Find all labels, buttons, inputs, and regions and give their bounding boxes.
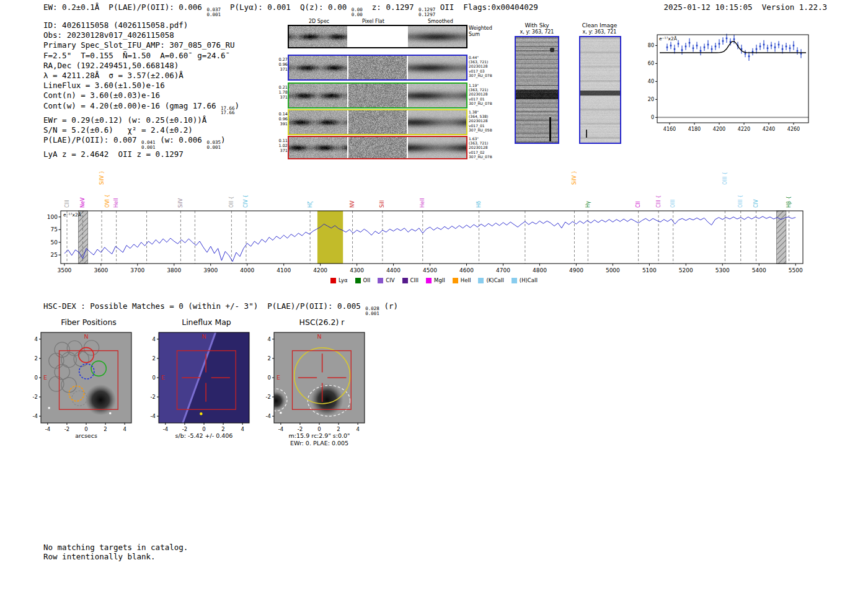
legend-item: CIII <box>402 277 418 283</box>
svg-text:-4: -4 <box>33 413 38 419</box>
cutout-row <box>288 82 467 109</box>
info-line: Obs: 20230128v017_4026115058 <box>43 30 239 40</box>
svg-text:2: 2 <box>104 426 107 432</box>
legend-label: (H)CaII <box>520 277 538 283</box>
svg-text:3900: 3900 <box>203 267 218 273</box>
svg-text:4700: 4700 <box>496 267 510 273</box>
clean-coords: x, y: 363, 721 <box>572 29 627 35</box>
info-line: LyA z = 2.4642 OII z = 0.1297 <box>43 149 239 159</box>
svg-text:3700: 3700 <box>130 267 144 273</box>
legend-item: OII <box>355 277 371 283</box>
svg-text:4: 4 <box>356 426 359 432</box>
svg-text:N: N <box>317 333 321 340</box>
cutout-flat-image <box>348 56 407 79</box>
cutout-spec-image <box>289 84 347 107</box>
svg-text:N: N <box>84 333 88 340</box>
info-line: Cont(w) = 4.20(±0.00)e-16 (gmag 17.66 17… <box>43 101 239 115</box>
legend-swatch <box>512 278 517 283</box>
svg-text:25: 25 <box>51 252 58 258</box>
stacked-uncertainty: 0.000.00 <box>352 7 363 17</box>
legend-swatch <box>426 278 432 283</box>
info-line: LineFlux = 3.60(±1.50)e-16 <box>43 81 239 91</box>
spectrum-plot: 3500360037003800390040004100420043004400… <box>37 162 812 280</box>
svg-text:3600: 3600 <box>94 267 108 273</box>
cutout-row-left-labels: 0.14 0.96 391 <box>277 112 288 127</box>
svg-text:50: 50 <box>51 239 58 246</box>
hsc-caption-1: m:15.9 rc:2.9" s:0.0" <box>274 432 365 439</box>
legend-label: HeII <box>461 277 471 283</box>
svg-text:4500: 4500 <box>423 267 437 273</box>
svg-text:CII: CII <box>636 202 641 208</box>
svg-text:4160: 4160 <box>663 127 676 132</box>
svg-text:Hδ: Hδ <box>476 201 482 208</box>
svg-text:0: 0 <box>35 375 38 381</box>
hsc-match-line: HSC-DEX : Possible Matches = 0 (within +… <box>43 301 398 316</box>
cutout-row <box>288 55 467 81</box>
cutout-row-right-labels: 0.44" (363, 721) 20230128 v017_03 307_RU… <box>469 55 492 78</box>
note-line-1: No matching targets in catalog. <box>43 543 188 553</box>
svg-text:5500: 5500 <box>789 267 803 273</box>
svg-text:4300: 4300 <box>350 267 364 273</box>
detection-info-block: ID: 4026115058 (4026115058.pdf)Obs: 2023… <box>43 20 239 159</box>
svg-text:20: 20 <box>648 97 654 102</box>
svg-text:4200: 4200 <box>713 127 725 132</box>
col-title-smoothed: Smoothed <box>428 19 453 24</box>
cutout-row <box>288 25 467 48</box>
svg-text:CIII: CIII <box>64 200 70 208</box>
svg-text:Hζ: Hζ <box>308 202 313 208</box>
cutout-blank <box>348 26 407 47</box>
cutout-row-left-labels: 0.27 0.96 371 <box>277 57 288 72</box>
withsky-coords: x, y: 363, 721 <box>508 29 565 35</box>
svg-text:0: 0 <box>317 426 321 432</box>
svg-text:OIII {: OIII { <box>738 195 743 208</box>
svg-text:4180: 4180 <box>688 127 701 132</box>
clean-title: Clean Image <box>572 22 627 29</box>
svg-text:CIV: CIV <box>753 199 759 208</box>
withsky-title: With Sky <box>508 22 565 29</box>
legend-swatch <box>453 278 458 283</box>
svg-text:e⁻¹⁷x2Å: e⁻¹⁷x2Å <box>63 212 82 218</box>
svg-text:4000: 4000 <box>240 267 254 273</box>
svg-text:-2: -2 <box>64 426 69 432</box>
svg-text:5400: 5400 <box>752 267 766 273</box>
svg-text:3800: 3800 <box>167 267 181 273</box>
svg-text:4100: 4100 <box>277 267 291 273</box>
stacked-uncertainty: 17.6617.66 <box>221 106 235 115</box>
cutout-smooth-image <box>408 110 466 134</box>
legend-label: (K)CaII <box>486 277 503 283</box>
legend-label: CIII <box>410 277 418 283</box>
info-line: P(LAE)/P(OII): 0.007 0.0410.001 (w: 0.00… <box>43 135 239 149</box>
svg-text:2: 2 <box>337 426 340 432</box>
info-line: λ = 4211.28Å σ = 3.57(±2.06)Å <box>43 71 239 81</box>
hsc-cutout-map: NE-4-4-2-2002244 <box>255 327 371 432</box>
svg-text:5100: 5100 <box>642 267 657 273</box>
svg-text:-4: -4 <box>45 426 50 432</box>
legend-swatch <box>402 278 408 283</box>
lineflux-map: NE-4-4-2-2002244 <box>140 327 255 432</box>
svg-text:CIV {: CIV { <box>243 195 249 208</box>
cutout-smooth-image <box>408 26 466 47</box>
fiber-positions-map: NE-4-4-2-2002244 <box>22 327 138 432</box>
svg-text:0: 0 <box>651 115 654 120</box>
svg-text:4: 4 <box>153 336 156 342</box>
svg-text:5300: 5300 <box>715 267 730 273</box>
cutout-row-left-labels: 0.11 1.02 371 <box>277 138 288 153</box>
svg-text:-4: -4 <box>163 426 168 432</box>
legend-label: MgII <box>434 277 445 283</box>
svg-text:OII {: OII { <box>229 196 234 208</box>
info-line: S/N = 5.2(±0.6) χ² = 2.4(±0.2) <box>43 125 239 135</box>
cutout-spec-image <box>289 110 347 134</box>
svg-text:2: 2 <box>153 355 156 362</box>
svg-text:NeV: NeV <box>80 197 86 208</box>
svg-text:-2: -2 <box>33 394 38 400</box>
hsc-caption-2: EWr: 0. PLAE: 0.005 <box>274 440 365 447</box>
svg-text:3500: 3500 <box>57 267 71 273</box>
svg-text:4260: 4260 <box>787 127 800 132</box>
svg-text:Hγ: Hγ <box>585 201 591 208</box>
cutout-spec-image <box>289 137 347 158</box>
svg-text:4: 4 <box>35 336 38 342</box>
svg-text:5000: 5000 <box>606 267 620 273</box>
svg-text:CIII {: CIII { <box>656 195 662 208</box>
cutout-row <box>288 136 467 159</box>
timestamp-version: 2025-01-12 10:15:05 Version 1.22.3 <box>664 2 827 12</box>
